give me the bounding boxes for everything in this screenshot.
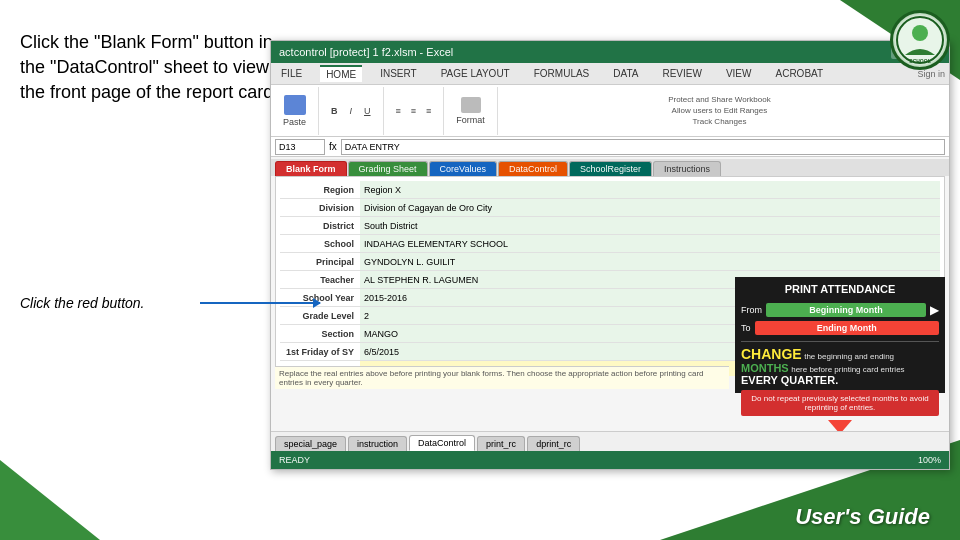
format-button[interactable]: Format: [452, 95, 489, 127]
italic-button[interactable]: I: [346, 104, 357, 118]
every-quarter-label: EVERY QUARTER.: [741, 374, 838, 386]
instruction-text: Click the "Blank Form" button in the "Da…: [20, 30, 280, 106]
formula-fx-icon: fx: [329, 141, 337, 152]
bottom-notice-text: Replace the real entries above before pr…: [275, 366, 729, 389]
allow-edit-label: Allow users to Edit Ranges: [672, 106, 768, 115]
ribbon-tab-home[interactable]: HOME: [320, 65, 362, 82]
bold-button[interactable]: B: [327, 104, 342, 118]
inner-tab-core-values[interactable]: CoreValues: [429, 161, 497, 176]
ribbon-tab-file[interactable]: FILE: [275, 66, 308, 81]
from-month-row: From Beginning Month ▶: [741, 303, 939, 317]
excel-titlebar: actcontrol [protect] 1 f2.xlsm - Excel —…: [271, 41, 949, 63]
months-sub: here before printing card entries: [791, 365, 904, 374]
sheet-tab-special[interactable]: special_page: [275, 436, 346, 451]
print-attendance-title: PRINT ATTENDANCE: [741, 283, 939, 295]
statusbar-zoom: 100%: [918, 455, 941, 465]
form-row-school: School INDAHAG ELEMENTARY SCHOOL: [280, 235, 940, 253]
label-firstfriday: 1st Friday of SY: [280, 347, 360, 357]
form-row-principal: Principal GYNDOLYN L. GUILIT: [280, 253, 940, 271]
right-toolbar-area: Protect and Share Workbook Allow users t…: [506, 87, 941, 135]
label-gradelevel: Grade Level: [280, 311, 360, 321]
arrow-pointer: [200, 302, 320, 304]
label-teacher: Teacher: [280, 275, 360, 285]
label-district: District: [280, 221, 360, 231]
track-changes-label: Track Changes: [692, 117, 746, 126]
to-label: To: [741, 323, 751, 333]
protect-workbook-label: Protect and Share Workbook: [668, 95, 771, 104]
excel-statusbar: READY 100%: [271, 451, 949, 469]
cells-group: Format: [452, 87, 498, 135]
arrow-right-icon: ▶: [930, 303, 939, 317]
sheet-tab-printrc[interactable]: print_rc: [477, 436, 525, 451]
inner-tab-grading-sheet[interactable]: Grading Sheet: [348, 161, 428, 176]
ribbon-tabs: FILE HOME INSERT PAGE LAYOUT FORMULAS DA…: [271, 63, 949, 85]
label-division: Division: [280, 203, 360, 213]
excel-toolbar: Paste B I U ≡ ≡ ≡ Format: [271, 85, 949, 137]
change-sub: the beginning and ending: [804, 352, 894, 361]
value-region: Region X: [360, 181, 940, 198]
excel-sheet-tabs: special_page instruction DataControl pri…: [271, 431, 949, 451]
sheet-tab-instruction[interactable]: instruction: [348, 436, 407, 451]
ribbon-tab-data[interactable]: DATA: [607, 66, 644, 81]
svg-point-1: [912, 25, 928, 41]
alignment-group: ≡ ≡ ≡: [392, 87, 445, 135]
from-label: From: [741, 305, 762, 315]
inner-tab-instructions[interactable]: Instructions: [653, 161, 721, 176]
font-group: B I U: [327, 87, 384, 135]
value-school: INDAHAG ELEMENTARY SCHOOL: [360, 235, 940, 252]
beginning-month-dropdown[interactable]: Beginning Month: [766, 303, 926, 317]
logo: SCHOOL: [885, 5, 955, 75]
ribbon-tab-formulas[interactable]: FORMULAS: [528, 66, 596, 81]
align-right-button[interactable]: ≡: [422, 104, 435, 118]
change-label: CHANGE: [741, 346, 802, 362]
excel-title: actcontrol [protect] 1 f2.xlsm - Excel: [279, 46, 453, 58]
ribbon-tab-acrobat[interactable]: ACROBAT: [769, 66, 829, 81]
underline-button[interactable]: U: [360, 104, 375, 118]
instruction-section: Click the "Blank Form" button in the "Da…: [20, 30, 280, 106]
align-center-button[interactable]: ≡: [407, 104, 420, 118]
right-info-panel: PRINT ATTENDANCE From Beginning Month ▶ …: [735, 277, 945, 393]
label-school: School: [280, 239, 360, 249]
inner-sheet-tabs: Blank Form Grading Sheet CoreValues Data…: [271, 159, 949, 176]
cell-reference[interactable]: D13: [275, 139, 325, 155]
dropdown-arrow-icon: [828, 420, 852, 431]
users-guide-text: User's Guide: [795, 504, 930, 530]
statusbar-ready: READY: [279, 455, 310, 465]
label-region: Region: [280, 185, 360, 195]
logo-circle: SCHOOL: [890, 10, 950, 70]
excel-window: actcontrol [protect] 1 f2.xlsm - Excel —…: [270, 40, 950, 470]
formula-bar: D13 fx DATA ENTRY: [271, 137, 949, 157]
months-label: MONTHS: [741, 362, 789, 374]
label-section: Section: [280, 329, 360, 339]
sheet-tab-dprintrc[interactable]: dprint_rc: [527, 436, 580, 451]
warning-text: Do not repeat previously selected months…: [741, 390, 939, 416]
click-hint-text: Click the red button.: [20, 295, 145, 311]
value-division: Division of Cagayan de Oro City: [360, 199, 940, 216]
bg-shape-bottom-left: [0, 460, 100, 540]
excel-content: Blank Form Grading Sheet CoreValues Data…: [271, 159, 949, 431]
inner-tab-data-control[interactable]: DataControl: [498, 161, 568, 176]
inner-tab-school-register[interactable]: SchoolRegister: [569, 161, 652, 176]
sheet-tab-datacontrol[interactable]: DataControl: [409, 435, 475, 451]
ribbon-tab-review[interactable]: REVIEW: [656, 66, 707, 81]
label-principal: Principal: [280, 257, 360, 267]
clipboard-group: Paste: [279, 87, 319, 135]
inner-tab-blank-form[interactable]: Blank Form: [275, 161, 347, 176]
ending-month-dropdown[interactable]: Ending Month: [755, 321, 939, 335]
to-month-row: To Ending Month: [741, 321, 939, 335]
form-row-division: Division Division of Cagayan de Oro City: [280, 199, 940, 217]
formula-input[interactable]: DATA ENTRY: [341, 139, 945, 155]
form-row-region: Region Region X: [280, 181, 940, 199]
paste-button[interactable]: Paste: [279, 93, 310, 129]
ribbon-tab-pagelayout[interactable]: PAGE LAYOUT: [435, 66, 516, 81]
form-row-district: District South District: [280, 217, 940, 235]
ribbon-tab-insert[interactable]: INSERT: [374, 66, 423, 81]
value-principal: GYNDOLYN L. GUILIT: [360, 253, 940, 270]
svg-text:SCHOOL: SCHOOL: [909, 58, 930, 64]
value-district: South District: [360, 217, 940, 234]
align-left-button[interactable]: ≡: [392, 104, 405, 118]
ribbon-tab-view[interactable]: VIEW: [720, 66, 758, 81]
